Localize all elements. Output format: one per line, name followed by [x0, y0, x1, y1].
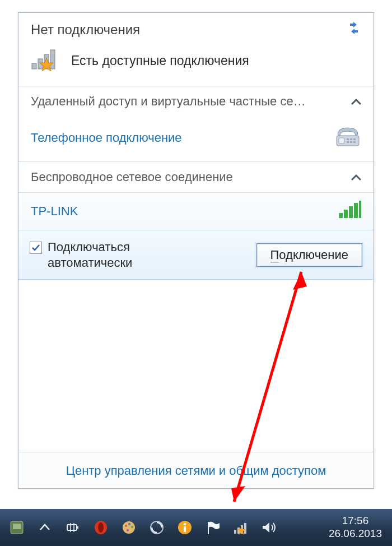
svg-rect-6	[339, 138, 344, 144]
svg-rect-10	[347, 141, 349, 143]
svg-point-26	[98, 522, 104, 533]
tray-sync-icon[interactable]	[149, 520, 165, 535]
connection-status-title: Нет подключения	[31, 22, 140, 38]
svg-rect-7	[347, 138, 349, 140]
taskbar: 17:56 26.06.2013	[0, 509, 392, 546]
taskbar-clock[interactable]: 17:56 26.06.2013	[329, 515, 386, 540]
section-label: Беспроводное сетевое соединение	[31, 170, 233, 184]
wireless-section-header[interactable]: Беспроводное сетевое соединение	[18, 162, 374, 192]
tray-flag-icon[interactable]	[205, 520, 221, 535]
auto-connect-label: Подключаться автоматически	[48, 239, 171, 270]
auto-connect-checkbox[interactable]: Подключаться автоматически	[30, 239, 171, 270]
svg-rect-3	[50, 50, 55, 69]
network-flyout: Нет подключения Есть доступные подключен…	[18, 12, 374, 489]
svg-rect-11	[350, 141, 352, 143]
svg-rect-0	[32, 63, 36, 69]
signal-strength-icon	[339, 201, 361, 222]
tray-power-icon[interactable]	[65, 520, 81, 535]
wifi-ssid: TP-LINK	[31, 204, 78, 219]
svg-point-30	[131, 526, 133, 528]
connect-button[interactable]: Подключение	[256, 243, 363, 267]
svg-point-35	[184, 523, 186, 526]
svg-point-29	[128, 523, 130, 525]
svg-rect-23	[67, 525, 77, 530]
chevron-up-icon	[351, 94, 361, 109]
svg-point-28	[125, 525, 127, 527]
empty-space	[18, 280, 374, 452]
svg-rect-12	[353, 141, 356, 143]
chevron-up-icon	[351, 170, 361, 184]
svg-rect-36	[234, 530, 236, 534]
dialup-connection-item[interactable]: Телефонное подключение	[18, 117, 374, 161]
svg-rect-17	[359, 201, 361, 218]
clock-date: 26.06.2013	[329, 528, 382, 540]
available-connections-row: Есть доступные подключения	[18, 42, 374, 86]
section-label: Удаленный доступ и виртуальные частные с…	[31, 94, 306, 109]
tray-chevron-up-icon[interactable]	[37, 520, 53, 535]
wifi-network-item[interactable]: TP-LINK	[18, 192, 374, 230]
svg-rect-16	[354, 203, 358, 218]
svg-point-31	[127, 529, 129, 531]
checkbox-icon	[30, 242, 42, 254]
svg-rect-8	[350, 138, 352, 140]
svg-point-32	[151, 521, 163, 534]
svg-rect-9	[353, 138, 356, 140]
system-tray	[9, 520, 277, 535]
tray-network-icon[interactable]	[233, 520, 249, 535]
svg-rect-39	[244, 523, 246, 534]
flyout-header: Нет подключения	[18, 13, 374, 42]
dialup-vpn-section-header[interactable]: Удаленный доступ и виртуальные частные с…	[18, 86, 374, 117]
tray-app-icon[interactable]	[9, 520, 25, 535]
refresh-icon[interactable]	[347, 22, 361, 38]
signal-available-icon	[31, 47, 61, 75]
svg-rect-15	[349, 206, 353, 218]
svg-rect-13	[339, 213, 343, 218]
svg-rect-22	[13, 524, 21, 529]
phone-modem-icon	[334, 124, 361, 151]
tray-volume-icon[interactable]	[261, 520, 277, 535]
wifi-network-expanded: Подключаться автоматически Подключение	[18, 230, 374, 280]
clock-time: 17:56	[329, 515, 382, 528]
tray-palette-icon[interactable]	[121, 520, 137, 535]
tray-opera-icon[interactable]	[93, 520, 109, 535]
dialup-label: Телефонное подключение	[31, 131, 182, 145]
tray-info-icon[interactable]	[177, 520, 193, 535]
available-connections-label: Есть доступные подключения	[71, 53, 249, 68]
svg-rect-24	[77, 526, 78, 529]
svg-rect-34	[184, 526, 186, 532]
svg-rect-14	[344, 210, 348, 218]
network-sharing-center-link[interactable]: Центр управления сетями и общим доступом	[18, 452, 374, 488]
